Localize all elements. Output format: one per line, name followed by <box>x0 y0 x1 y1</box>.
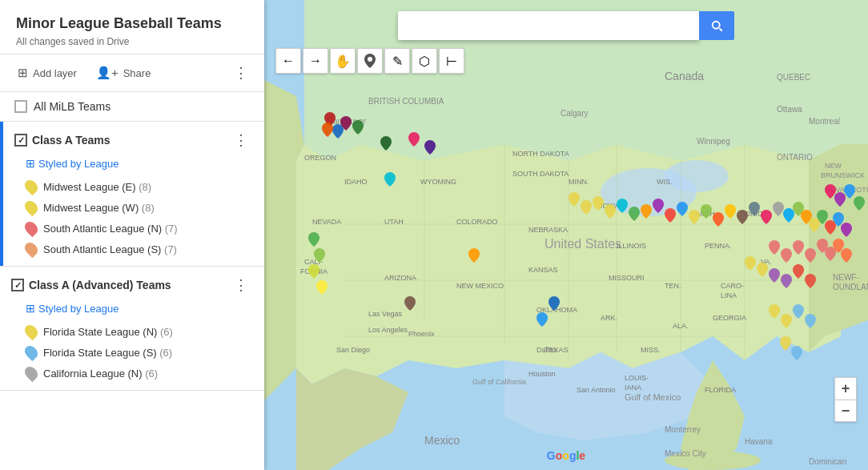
zoom-in-button[interactable]: + <box>834 377 857 400</box>
map-search-input[interactable] <box>398 11 699 40</box>
svg-text:NEW: NEW <box>825 162 842 170</box>
class-a-advanced-header: Class A (Advanced) Teams ⋮ <box>0 267 264 300</box>
svg-text:San Antonio: San Antonio <box>577 386 616 394</box>
svg-text:COLORADO: COLORADO <box>456 218 498 226</box>
svg-text:OHIO: OHIO <box>745 210 763 218</box>
svg-text:MICH.: MICH. <box>697 210 717 218</box>
styled-icon-2: ⊞ <box>26 302 35 315</box>
all-teams-checkbox[interactable] <box>14 100 27 113</box>
midwest-w-pin-icon <box>22 199 41 217</box>
svg-text:SOUTH DAKOTA: SOUTH DAKOTA <box>512 170 569 178</box>
midwest-league-e: Midwest League (E) (8) <box>0 176 264 197</box>
class-a-advanced-more-button[interactable]: ⋮ <box>229 275 253 295</box>
svg-text:OKLAHOMA: OKLAHOMA <box>536 306 577 314</box>
svg-text:Los Angeles: Los Angeles <box>368 326 408 334</box>
south-atlantic-s-label: South Atlantic League (S) (7) <box>43 243 177 255</box>
all-teams-label: All MiLB Teams <box>34 100 111 113</box>
add-layer-button[interactable]: ⊞ Add layer <box>11 62 83 83</box>
florida-n-label: Florida State League (N) (6) <box>43 326 173 338</box>
midwest-e-label: Midwest League (E) (8) <box>43 181 151 193</box>
google-logo: Google <box>547 449 585 462</box>
florida-n-pin-icon <box>22 323 41 341</box>
zoom-out-button[interactable]: − <box>834 400 857 422</box>
svg-text:OREGON: OREGON <box>304 154 336 162</box>
pin-marker-icon <box>364 54 376 68</box>
svg-text:Montreal: Montreal <box>809 117 840 126</box>
svg-text:San Diego: San Diego <box>336 346 370 354</box>
svg-text:MISS.: MISS. <box>641 346 661 354</box>
svg-text:Winnipeg: Winnipeg <box>697 137 730 146</box>
share-label: Share <box>123 67 151 79</box>
south-atlantic-n-pin-icon <box>22 219 41 238</box>
logo-o2: o <box>562 449 569 462</box>
class-a-advanced-styled-by[interactable]: ⊞ Styled by League <box>0 300 264 321</box>
florida-s-label: Florida State League (S) (6) <box>43 347 172 359</box>
svg-text:NEWF-: NEWF- <box>833 273 859 282</box>
svg-text:UTAH: UTAH <box>384 218 404 226</box>
svg-point-3 <box>665 160 729 192</box>
styled-by-label-2: Styled by League <box>38 303 119 315</box>
class-a-advanced-title: Class A (Advanced) Teams <box>29 279 224 291</box>
svg-text:ARIZONA: ARIZONA <box>384 274 416 282</box>
draw-button[interactable]: ✎ <box>384 48 410 74</box>
class-a-styled-by[interactable]: ⊞ Styled by League <box>0 155 264 176</box>
svg-text:Monterrey: Monterrey <box>665 425 701 434</box>
class-a-advanced-section: Class A (Advanced) Teams ⋮ ⊞ Styled by L… <box>0 267 264 391</box>
route-button[interactable]: ⬡ <box>412 48 437 74</box>
svg-text:Dominican: Dominican <box>809 457 846 466</box>
south-atlantic-n-label: South Atlantic League (N) (7) <box>43 223 178 235</box>
sidebar-subtitle: All changes saved in Drive <box>16 36 248 47</box>
map-area[interactable]: Canada United States Mexico BRITISH COLU… <box>264 0 868 470</box>
class-a-checkbox[interactable] <box>14 134 27 147</box>
svg-text:Dallas: Dallas <box>536 346 557 354</box>
class-a-title: Class A Teams <box>32 134 224 147</box>
svg-text:BRITISH COLUMBIA: BRITISH COLUMBIA <box>368 97 444 106</box>
map-search-button[interactable] <box>699 11 734 40</box>
svg-text:WYOMING: WYOMING <box>420 178 456 186</box>
styled-by-label: Styled by League <box>38 158 119 170</box>
more-options-button[interactable]: ⋮ <box>229 62 253 83</box>
share-button[interactable]: 👤+ Share <box>90 62 157 83</box>
svg-text:GEORGIA: GEORGIA <box>713 314 746 322</box>
svg-text:NEW MEXICO: NEW MEXICO <box>456 282 504 290</box>
map-toolbar: ← → ✋ ✎ ⬡ ⊢ <box>275 48 464 74</box>
svg-text:QUEBEC: QUEBEC <box>777 73 810 82</box>
california-n-pin-icon <box>22 364 41 383</box>
svg-text:Las Vegas: Las Vegas <box>368 310 403 318</box>
pin-button[interactable] <box>357 48 383 74</box>
svg-text:FLORIDA: FLORIDA <box>705 386 736 394</box>
class-a-more-button[interactable]: ⋮ <box>229 130 253 151</box>
pan-button[interactable]: ✋ <box>330 48 356 74</box>
svg-text:Phoenix: Phoenix <box>408 330 435 338</box>
all-milb-teams-row: All MiLB Teams <box>0 92 264 122</box>
svg-text:NORTH DAKOTA: NORTH DAKOTA <box>512 150 569 158</box>
sidebar-actions: ⊞ Add layer 👤+ Share ⋮ <box>0 54 264 92</box>
svg-text:WIS.: WIS. <box>657 178 673 186</box>
active-indicator <box>0 122 3 266</box>
undo-button[interactable]: ← <box>275 48 301 74</box>
svg-point-78 <box>368 57 372 62</box>
logo-g: G <box>547 449 556 462</box>
south-atlantic-n: South Atlantic League (N) (7) <box>0 218 264 239</box>
florida-state-n: Florida State League (N) (6) <box>0 321 264 342</box>
svg-text:Vancouver: Vancouver <box>328 117 367 126</box>
measure-button[interactable]: ⊢ <box>439 48 464 74</box>
styled-icon: ⊞ <box>26 157 35 170</box>
redo-button[interactable]: → <box>303 48 328 74</box>
south-atlantic-s: South Atlantic League (S) (7) <box>0 239 264 259</box>
svg-text:OUNDLAND: OUNDLAND <box>833 283 868 291</box>
svg-text:FORNIA: FORNIA <box>300 267 328 275</box>
svg-text:ARK.: ARK. <box>601 314 617 322</box>
add-layer-label: Add layer <box>33 67 77 79</box>
svg-text:TEN.: TEN. <box>665 282 681 290</box>
svg-text:IDAHO: IDAHO <box>344 178 368 186</box>
share-icon: 👤+ <box>96 66 119 80</box>
svg-text:United States: United States <box>545 237 621 251</box>
svg-text:NEVADA: NEVADA <box>312 218 341 226</box>
midwest-e-pin-icon <box>22 178 41 196</box>
class-a-advanced-checkbox[interactable] <box>11 279 24 291</box>
midwest-league-w: Midwest League (W) (8) <box>0 197 264 218</box>
svg-text:LOUIS-: LOUIS- <box>625 374 649 382</box>
logo-g2: g <box>569 449 577 462</box>
zoom-controls: + − <box>834 377 857 422</box>
